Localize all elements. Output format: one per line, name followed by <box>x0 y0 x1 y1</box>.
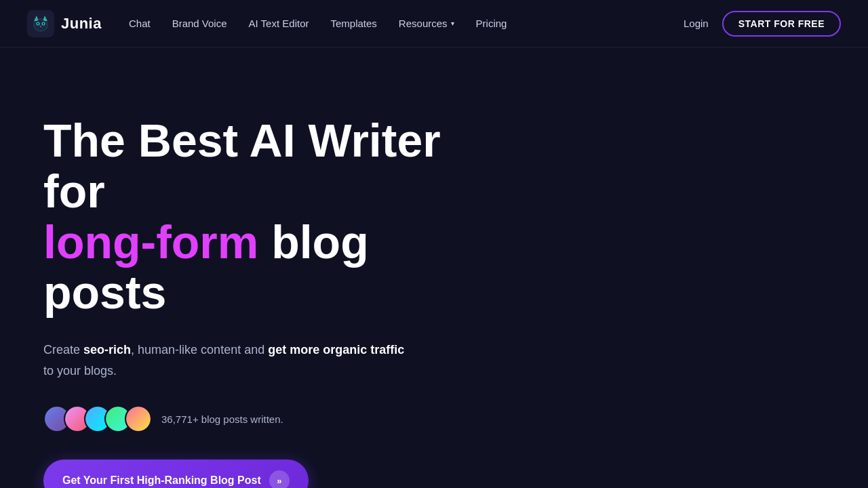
nav-item-resources[interactable]: Resources ▾ <box>399 18 454 29</box>
svg-point-8 <box>43 22 44 24</box>
social-proof-text: 36,771+ blog posts written. <box>161 413 283 425</box>
hero-title: The Best AI Writer for long-form blog po… <box>43 115 472 318</box>
social-proof: 36,771+ blog posts written. <box>43 405 472 432</box>
avatar-5 <box>125 405 152 432</box>
navbar: Junia Chat Brand Voice AI Text Editor Te… <box>0 0 868 47</box>
svg-point-7 <box>37 22 39 24</box>
nav-right: Login START FOR FREE <box>684 11 841 37</box>
cta-arrow-icon: » <box>269 470 290 488</box>
logo-text: Junia <box>61 15 102 33</box>
nav-item-templates[interactable]: Templates <box>330 18 376 29</box>
nav-links: Chat Brand Voice AI Text Editor Template… <box>129 18 507 29</box>
logo[interactable]: Junia <box>27 10 102 37</box>
resources-chevron-icon: ▾ <box>451 20 454 27</box>
nav-item-brand-voice[interactable]: Brand Voice <box>172 18 227 29</box>
nav-item-ai-text-editor[interactable]: AI Text Editor <box>249 18 309 29</box>
logo-icon <box>27 10 54 37</box>
nav-item-chat[interactable]: Chat <box>129 18 151 29</box>
hero-subtitle: Create seo-rich, human-like content and … <box>43 340 410 381</box>
hero-title-highlight: long-form <box>43 216 258 268</box>
login-button[interactable]: Login <box>684 18 709 29</box>
hero-title-part1: The Best AI Writer for <box>43 115 441 217</box>
hero-section: The Best AI Writer for long-form blog po… <box>0 47 515 488</box>
nav-left: Junia Chat Brand Voice AI Text Editor Te… <box>27 10 507 37</box>
cta-label: Get Your First High-Ranking Blog Post <box>62 474 261 487</box>
nav-item-pricing[interactable]: Pricing <box>476 18 507 29</box>
svg-point-9 <box>40 26 41 27</box>
hero-bold-seo: seo-rich <box>83 343 131 357</box>
avatar-group <box>43 405 152 432</box>
svg-point-4 <box>35 20 47 30</box>
hero-bold-traffic: get more organic traffic <box>268 343 404 357</box>
start-for-free-button[interactable]: START FOR FREE <box>722 11 841 37</box>
cta-button[interactable]: Get Your First High-Ranking Blog Post » <box>43 460 309 488</box>
